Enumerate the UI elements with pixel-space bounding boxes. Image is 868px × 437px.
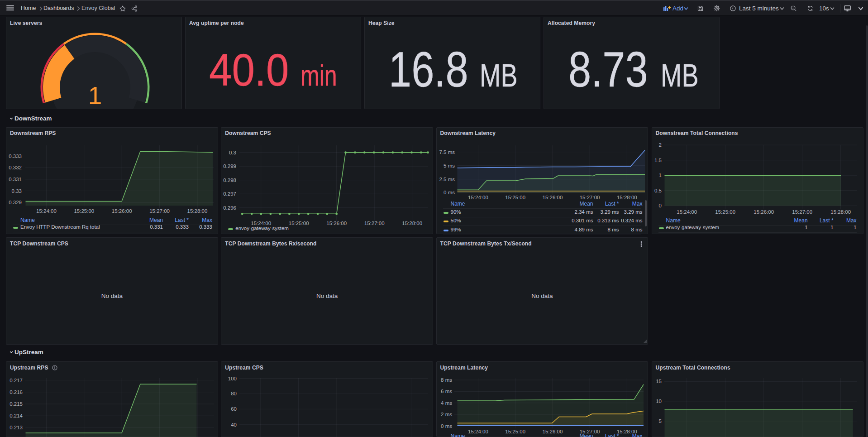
svg-text:10: 10 xyxy=(656,399,662,404)
svg-text:0.299: 0.299 xyxy=(224,163,237,169)
svg-text:0.333: 0.333 xyxy=(9,153,22,158)
svg-text:1: 1 xyxy=(658,173,661,178)
svg-text:0.3: 0.3 xyxy=(229,149,236,155)
svg-text:15:28:00: 15:28:00 xyxy=(616,195,637,200)
svg-text:100: 100 xyxy=(228,376,237,381)
svg-text:0.216: 0.216 xyxy=(10,389,23,395)
svg-text:60: 60 xyxy=(231,406,237,412)
svg-text:15:25:00: 15:25:00 xyxy=(505,429,525,434)
svg-text:15:27:00: 15:27:00 xyxy=(579,195,600,200)
svg-text:0.297: 0.297 xyxy=(224,191,237,197)
svg-text:0 ms: 0 ms xyxy=(441,423,452,429)
svg-text:0.214: 0.214 xyxy=(10,413,23,418)
svg-text:15:28:00: 15:28:00 xyxy=(616,429,637,434)
svg-text:0.5: 0.5 xyxy=(654,187,662,193)
svg-text:15:27:00: 15:27:00 xyxy=(149,208,170,214)
svg-text:15:25:00: 15:25:00 xyxy=(715,209,735,215)
svg-text:1.5: 1.5 xyxy=(654,157,662,163)
svg-text:15:26:00: 15:26:00 xyxy=(327,221,347,226)
svg-text:0.217: 0.217 xyxy=(10,378,23,383)
svg-text:7.5 ms: 7.5 ms xyxy=(439,149,455,154)
svg-text:0 ms: 0 ms xyxy=(444,190,455,195)
svg-text:15: 15 xyxy=(656,379,662,384)
svg-text:8 ms: 8 ms xyxy=(441,377,452,383)
svg-text:6 ms: 6 ms xyxy=(441,389,452,394)
svg-text:2.5 ms: 2.5 ms xyxy=(439,176,455,182)
svg-text:15:26:00: 15:26:00 xyxy=(542,429,563,434)
svg-text:2: 2 xyxy=(658,142,661,148)
svg-text:15:25:00: 15:25:00 xyxy=(74,208,94,214)
svg-text:15:25:00: 15:25:00 xyxy=(289,221,309,226)
svg-text:40: 40 xyxy=(231,422,237,427)
svg-text:5: 5 xyxy=(658,418,661,424)
svg-text:1: 1 xyxy=(88,82,102,109)
svg-text:0.296: 0.296 xyxy=(224,205,237,210)
svg-text:15:24:00: 15:24:00 xyxy=(468,429,488,434)
svg-text:5 ms: 5 ms xyxy=(444,163,455,168)
svg-text:15:26:00: 15:26:00 xyxy=(754,209,774,215)
svg-text:0.213: 0.213 xyxy=(10,425,23,430)
svg-text:15:28:00: 15:28:00 xyxy=(187,208,208,214)
svg-text:15:27:00: 15:27:00 xyxy=(792,209,812,215)
svg-text:15:24:00: 15:24:00 xyxy=(468,195,488,200)
svg-text:0.298: 0.298 xyxy=(224,177,237,182)
svg-text:15:24:00: 15:24:00 xyxy=(36,208,57,214)
svg-text:0.331: 0.331 xyxy=(9,176,22,182)
svg-text:0.329: 0.329 xyxy=(9,200,22,205)
svg-text:0.332: 0.332 xyxy=(9,165,22,170)
svg-text:15:27:00: 15:27:00 xyxy=(579,429,600,434)
svg-text:15:28:00: 15:28:00 xyxy=(830,209,851,215)
svg-text:80: 80 xyxy=(231,391,237,396)
svg-text:2 ms: 2 ms xyxy=(441,412,452,417)
svg-text:4 ms: 4 ms xyxy=(441,400,452,406)
svg-text:0: 0 xyxy=(658,203,661,208)
svg-text:15:26:00: 15:26:00 xyxy=(112,208,132,214)
svg-text:15:24:00: 15:24:00 xyxy=(677,209,697,215)
svg-text:15:28:00: 15:28:00 xyxy=(402,221,423,226)
svg-text:0.215: 0.215 xyxy=(10,401,23,407)
svg-text:15:26:00: 15:26:00 xyxy=(542,195,563,200)
svg-text:0.33: 0.33 xyxy=(12,188,22,193)
svg-text:15:27:00: 15:27:00 xyxy=(364,221,385,226)
svg-text:15:25:00: 15:25:00 xyxy=(505,195,525,200)
